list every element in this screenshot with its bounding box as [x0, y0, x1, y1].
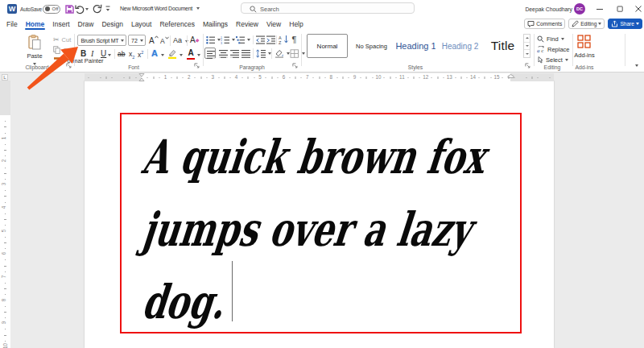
hruler-number: 14: [470, 74, 476, 80]
sort-button[interactable]: AZ: [279, 35, 289, 44]
style-heading-2[interactable]: Heading 2: [440, 34, 481, 58]
rect: [585, 35, 590, 40]
maximize-button[interactable]: [615, 4, 625, 14]
strikethrough-button[interactable]: ab: [118, 50, 125, 58]
tab-insert[interactable]: Insert: [52, 20, 69, 28]
decrease-indent-button[interactable]: [256, 35, 265, 44]
italic-button[interactable]: I: [91, 49, 93, 58]
clear-formatting-button[interactable]: A: [190, 35, 200, 44]
indent-markers[interactable]: [138, 73, 146, 81]
svg: [195, 38, 200, 43]
text-effects-button[interactable]: A: [151, 48, 158, 58]
svg: [256, 49, 266, 58]
cut-button[interactable]: ✂ Cut: [53, 35, 71, 44]
svg: [236, 35, 245, 44]
autosave-toggle[interactable]: Off: [43, 5, 60, 14]
comments-button[interactable]: Comments: [524, 19, 565, 29]
change-case-button[interactable]: Aa: [173, 36, 188, 44]
search-input[interactable]: Search: [241, 2, 415, 14]
undo-dropdown-caret[interactable]: [85, 8, 89, 10]
numbering-button[interactable]: 123: [221, 35, 229, 44]
select-button[interactable]: Select: [537, 56, 568, 64]
grow-font-button[interactable]: A: [149, 35, 159, 45]
style-normal[interactable]: Normal: [307, 34, 348, 58]
tab-design[interactable]: Design: [101, 20, 122, 28]
highlight-caret[interactable]: [180, 54, 183, 56]
borders-button[interactable]: [290, 49, 299, 58]
text-effects-caret[interactable]: [161, 54, 164, 56]
share-button[interactable]: Share: [608, 19, 642, 29]
vertical-ruler[interactable]: 12345678910: [0, 81, 10, 348]
align-right-button[interactable]: [230, 49, 239, 58]
tab-review[interactable]: Review: [236, 20, 258, 28]
styles-scroll-down[interactable]: [524, 43, 530, 51]
show-formatting-marks-button[interactable]: ¶: [291, 35, 299, 44]
replace-button[interactable]: a c Replace: [537, 46, 570, 53]
tab-selector[interactable]: L: [2, 74, 8, 81]
justify-button[interactable]: [242, 49, 250, 58]
font-size-combobox[interactable]: 72: [128, 35, 146, 46]
format-painter-button[interactable]: Format Painter: [53, 56, 104, 64]
font-color-button[interactable]: A: [187, 48, 195, 60]
path: [636, 6, 642, 12]
style-heading-1[interactable]: Heading 1: [395, 34, 436, 58]
qat-separator-icon[interactable]: [105, 6, 110, 13]
undo-icon[interactable]: [75, 4, 85, 14]
paste-button[interactable]: Paste: [22, 35, 47, 67]
subscript-button[interactable]: x2: [129, 50, 134, 60]
bold-button[interactable]: B: [80, 49, 86, 58]
hr-dot: [289, 77, 290, 78]
rect: [261, 55, 266, 56]
superscript-button[interactable]: x2: [138, 50, 143, 59]
document-text[interactable]: A quick brown foxjumps over a lazydog.: [141, 121, 613, 338]
tab-view[interactable]: View: [266, 20, 281, 28]
tab-layout[interactable]: Layout: [131, 20, 152, 28]
rect: [230, 52, 233, 53]
document-title[interactable]: New Microsoft Word Document: [120, 6, 200, 11]
tab-home[interactable]: Home: [26, 20, 45, 28]
rect: [256, 36, 265, 37]
editing-button[interactable]: Editing: [568, 19, 605, 29]
tab-file[interactable]: File: [6, 20, 18, 28]
tab-references[interactable]: References: [159, 20, 194, 28]
underline-caret[interactable]: [108, 54, 111, 56]
underline-button[interactable]: U: [101, 49, 106, 58]
style-title[interactable]: Title: [484, 34, 522, 58]
increase-indent-button[interactable]: [266, 35, 275, 44]
font-name-combobox[interactable]: Brush Script MT: [77, 35, 126, 46]
hr-dot: [431, 77, 432, 78]
styles-scroll-up[interactable]: [524, 35, 530, 43]
multilevel-list-button[interactable]: [236, 35, 245, 44]
menu-bar: FileHomeInsertDrawDesignLayoutReferences…: [0, 18, 644, 31]
tab-draw[interactable]: Draw: [78, 20, 94, 28]
font-dialog-launcher[interactable]: [194, 63, 200, 68]
bullets-button[interactable]: [206, 35, 215, 44]
word-logo-icon[interactable]: W: [7, 4, 17, 14]
paragraph-dialog-launcher[interactable]: [292, 63, 298, 68]
horizontal-ruler[interactable]: 123456789101112131415: [85, 73, 554, 81]
styles-gallery-more[interactable]: [524, 50, 530, 57]
tab-help[interactable]: Help: [289, 20, 303, 28]
add-ins-button-label[interactable]: Add-ins: [568, 52, 601, 59]
hr-dot: [218, 77, 219, 78]
minimize-button[interactable]: [595, 4, 605, 14]
align-left-button[interactable]: [204, 48, 216, 59]
line-spacing-button[interactable]: [256, 49, 266, 58]
redo-icon[interactable]: [92, 4, 102, 14]
rect: [230, 57, 233, 58]
shrink-font-button[interactable]: A: [160, 36, 169, 45]
shading-button[interactable]: [275, 49, 284, 58]
save-icon[interactable]: [65, 5, 74, 14]
collapse-ribbon-chevron[interactable]: [635, 64, 638, 67]
font-color-caret[interactable]: [197, 54, 200, 56]
find-button[interactable]: Find: [537, 35, 564, 43]
clipboard-dialog-launcher[interactable]: [66, 63, 72, 68]
align-center-button[interactable]: [219, 49, 228, 58]
caret: [232, 39, 235, 41]
tab-mailings[interactable]: Mailings: [203, 20, 228, 28]
highlight-button[interactable]: [167, 49, 177, 60]
avatar[interactable]: DC: [574, 3, 585, 14]
add-ins-icon[interactable]: [577, 35, 592, 49]
close-button[interactable]: [634, 4, 643, 14]
style-no-spacing[interactable]: No Spacing: [351, 34, 392, 58]
